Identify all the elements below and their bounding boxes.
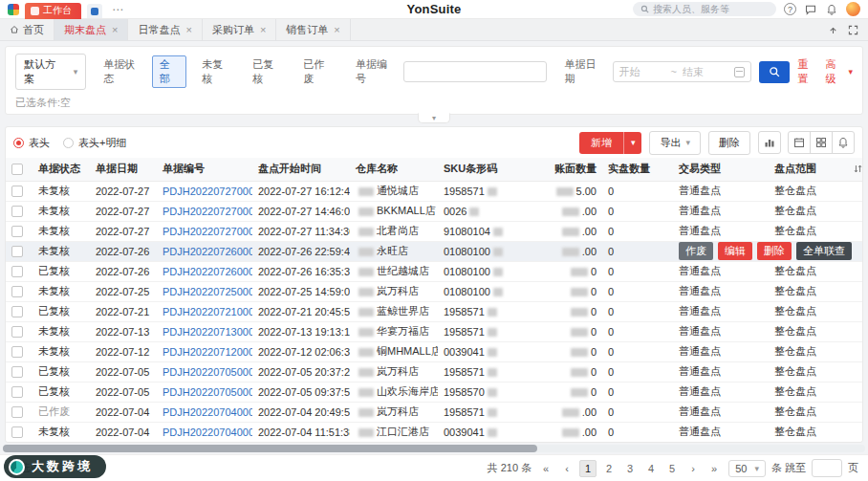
layout-view-button[interactable]: [810, 131, 833, 154]
advanced-button[interactable]: 高级 ▾: [826, 57, 853, 86]
col-date[interactable]: 单据日期: [90, 158, 157, 181]
horizontal-scrollbar[interactable]: [3, 445, 865, 452]
column-settings-button[interactable]: [847, 158, 862, 181]
status-option-0[interactable]: 全部: [152, 55, 187, 88]
page-number-2[interactable]: 2: [600, 460, 618, 477]
table-row[interactable]: 未复核2022-07-27PDJH202207270002022-07-27 1…: [6, 181, 862, 201]
row-checkbox[interactable]: [11, 286, 23, 297]
app-logo-icon[interactable]: [8, 4, 19, 15]
doc-no-input[interactable]: [403, 61, 547, 82]
table-row[interactable]: 未复核2022-07-25PDJH202207250002022-07-25 1…: [6, 281, 862, 301]
reset-button[interactable]: 重置: [797, 57, 817, 86]
col-warehouse[interactable]: 仓库名称: [350, 158, 438, 181]
delete-button[interactable]: 删除: [708, 131, 750, 155]
row-checkbox[interactable]: [11, 426, 23, 438]
notification-bell-icon[interactable]: [825, 3, 838, 16]
row-action-trace[interactable]: 全单联查: [796, 242, 852, 260]
doc-no-link[interactable]: PDJH20220727000: [163, 226, 252, 237]
pagination-last-button[interactable]: »: [705, 460, 723, 477]
page-number-3[interactable]: 3: [621, 460, 639, 477]
table-row[interactable]: 未复核2022-07-27PDJH202207270002022-07-27 1…: [6, 221, 862, 241]
global-search-input[interactable]: 搜索人员、服务等: [633, 2, 776, 16]
scheme-select[interactable]: 默认方案 ▾: [15, 54, 86, 90]
col-trade-type[interactable]: 交易类型: [673, 158, 769, 181]
doc-no-link[interactable]: PDJH20220713000: [163, 326, 252, 338]
page-number-4[interactable]: 4: [642, 460, 660, 477]
page-number-5[interactable]: 5: [663, 460, 681, 477]
page-number-1[interactable]: 1: [579, 460, 597, 477]
alert-settings-button[interactable]: [832, 131, 855, 154]
col-start-time[interactable]: 盘点开始时间: [252, 158, 350, 181]
message-icon[interactable]: [804, 3, 817, 16]
view-mode-header-detail[interactable]: 表头+明细: [63, 136, 126, 150]
table-row[interactable]: 已复核2022-07-26PDJH202207260002022-07-26 1…: [6, 261, 862, 281]
more-tabs-icon[interactable]: ⋯: [108, 3, 127, 16]
date-range-picker[interactable]: 开始 ~ 结束: [613, 61, 751, 82]
doc-no-link[interactable]: PDJH20220725000: [163, 286, 252, 297]
table-row[interactable]: 已复核2022-07-05PDJH202207050002022-07-05 2…: [6, 361, 862, 382]
doc-no-link[interactable]: PDJH20220705000: [163, 366, 252, 378]
row-checkbox[interactable]: [11, 366, 23, 378]
doc-no-link[interactable]: PDJH20220721000: [163, 306, 252, 317]
chart-view-button[interactable]: [758, 131, 781, 154]
col-sku-barcode[interactable]: SKU条形码: [438, 158, 518, 181]
status-option-2[interactable]: 已复核: [247, 55, 288, 88]
row-checkbox[interactable]: [11, 306, 23, 317]
row-checkbox[interactable]: [11, 206, 23, 217]
pagination-prev-button[interactable]: ‹: [558, 460, 575, 477]
doc-no-link[interactable]: PDJH20220712000: [163, 346, 252, 358]
table-row[interactable]: 已作废2022-07-04PDJH202207040002022-07-04 2…: [6, 402, 862, 422]
row-checkbox[interactable]: [11, 186, 23, 197]
home-tab[interactable]: 首页: [0, 19, 54, 40]
doc-no-link[interactable]: PDJH20220727000: [163, 186, 252, 197]
row-action-void[interactable]: 作废: [679, 242, 713, 260]
tab-item-1[interactable]: 日常盘点×: [128, 19, 202, 40]
col-book-qty[interactable]: 账面数量: [518, 158, 602, 181]
calendar-view-button[interactable]: [788, 131, 811, 154]
close-icon[interactable]: ×: [112, 24, 118, 35]
scrollbar-thumb[interactable]: [3, 445, 537, 452]
col-status[interactable]: 单据状态: [33, 158, 90, 181]
row-checkbox[interactable]: [11, 326, 23, 338]
help-icon[interactable]: ?: [784, 3, 796, 15]
row-checkbox[interactable]: [11, 346, 23, 358]
doc-no-link[interactable]: PDJH20220726000: [163, 266, 252, 277]
col-doc-no[interactable]: 单据编号: [157, 158, 252, 181]
user-avatar[interactable]: [846, 2, 860, 16]
close-icon[interactable]: ×: [260, 24, 266, 35]
status-option-1[interactable]: 未复核: [196, 55, 237, 88]
tab-item-3[interactable]: 销售订单×: [276, 19, 350, 40]
row-checkbox[interactable]: [11, 246, 23, 257]
row-checkbox[interactable]: [11, 266, 23, 277]
collapse-filter-toggle[interactable]: ▾: [418, 113, 450, 123]
add-dropdown-icon[interactable]: ▾: [623, 132, 642, 154]
close-icon[interactable]: ×: [185, 24, 191, 35]
table-row[interactable]: 未复核2022-07-27PDJH202207270002022-07-27 1…: [6, 201, 862, 221]
pagination-first-button[interactable]: «: [537, 460, 554, 477]
tab-item-2[interactable]: 采购订单×: [203, 19, 276, 40]
row-action-edit[interactable]: 编辑: [718, 242, 752, 260]
tab-item-0[interactable]: 期末盘点×: [54, 19, 128, 40]
status-option-3[interactable]: 已作废: [297, 55, 338, 88]
fullscreen-icon[interactable]: [848, 25, 858, 35]
table-row[interactable]: 未复核2022-07-04PDJH202207040002022-07-04 1…: [6, 422, 862, 442]
page-size-select[interactable]: 50 ▾: [728, 460, 766, 477]
search-button[interactable]: [759, 61, 791, 83]
close-icon[interactable]: ×: [334, 24, 339, 35]
row-checkbox[interactable]: [11, 406, 23, 418]
table-row[interactable]: 未复核2022-07-12PDJH202207120002022-07-12 0…: [6, 341, 862, 361]
table-row[interactable]: 已复核2022-07-05PDJH202207050002022-07-05 0…: [6, 382, 862, 402]
doc-no-link[interactable]: PDJH20220726000: [163, 246, 252, 257]
table-row[interactable]: 未复核2022-07-13PDJH202207130002022-07-13 1…: [6, 321, 862, 341]
workspace-tab[interactable]: 工作台: [25, 3, 81, 19]
view-mode-header[interactable]: 表头: [13, 136, 50, 150]
table-row[interactable]: 已复核2022-07-21PDJH202207210002022-07-21 2…: [6, 301, 862, 321]
row-checkbox[interactable]: [11, 226, 23, 237]
add-button[interactable]: 新增 ▾: [579, 132, 642, 154]
doc-no-link[interactable]: PDJH20220727000: [163, 206, 252, 217]
doc-no-link[interactable]: PDJH20220704000: [163, 406, 252, 418]
collapse-up-icon[interactable]: [828, 25, 838, 35]
row-action-delete[interactable]: 删除: [757, 242, 792, 260]
table-row[interactable]: 未复核2022-07-26PDJH202207260002022-07-26 2…: [6, 241, 862, 261]
select-all-checkbox[interactable]: [11, 164, 23, 175]
